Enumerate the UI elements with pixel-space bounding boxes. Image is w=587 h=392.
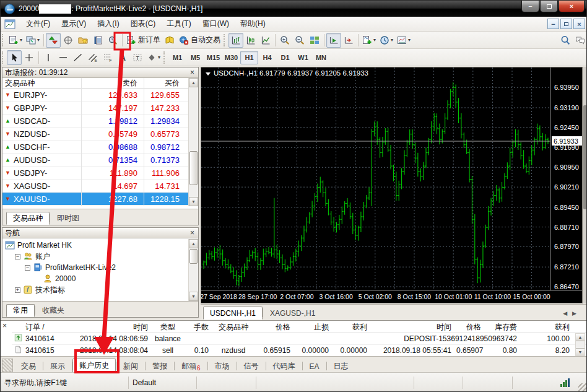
terminal-tab-3[interactable]: 账户历史	[72, 359, 116, 372]
price-chart[interactable]: 6.939506.931906.924506.916906.909506.902…	[201, 68, 582, 303]
terminal-column-header[interactable]: 时间	[64, 322, 150, 333]
market-watch-row-usdchf[interactable]: ▲USDCHF-0.986880.98712	[2, 141, 198, 154]
navigator-button[interactable]	[76, 33, 90, 48]
menu-工具[interactable]: 工具(T)	[161, 17, 196, 31]
menu-插入[interactable]: 插入(I)	[92, 17, 124, 31]
collapse-icon[interactable]: −	[15, 254, 20, 259]
terminal-button[interactable]	[90, 33, 105, 48]
terminal-tab-5[interactable]: 警报	[146, 360, 174, 372]
navigator-tab-2[interactable]: 收藏夹	[35, 304, 71, 317]
horizontal-line-button[interactable]	[56, 50, 71, 65]
templates-button[interactable]: ▾	[395, 33, 412, 48]
market-watch-row-audusd[interactable]: ▲AUDUSD-0.713540.71373	[2, 154, 198, 167]
menu-帮助[interactable]: 帮助(H)	[235, 17, 271, 31]
tile-windows-button[interactable]	[307, 33, 322, 48]
terminal-tab-2[interactable]: 展示	[43, 360, 72, 372]
navigator-node-技术指标[interactable]: +f技术指标	[5, 284, 198, 295]
terminal-column-header[interactable]: 类型	[150, 322, 185, 333]
market-watch-column-header[interactable]: 交易品种	[2, 78, 81, 89]
market-watch-row-nzdusd[interactable]: ▼NZDUSD-0.657490.65773	[2, 128, 198, 141]
periods-button[interactable]: ▾	[378, 33, 395, 48]
chat-button[interactable]	[573, 33, 587, 48]
menu-文件[interactable]: 文件(F)	[20, 17, 56, 31]
terminal-column-header[interactable]: 价格	[454, 322, 484, 333]
bar-chart-button[interactable]	[228, 33, 243, 48]
market-watch-row-usdjpy[interactable]: ▼USDJPY-111.890111.906	[2, 167, 198, 180]
text-button[interactable]: A	[115, 50, 130, 65]
terminal-gripper[interactable]	[2, 359, 13, 372]
terminal-column-header[interactable]: 止损	[293, 322, 331, 333]
trendline-button[interactable]	[71, 50, 85, 65]
terminal-tab-9[interactable]: 代码库	[266, 360, 302, 372]
market-watch-tab-1[interactable]: 交易品种	[6, 212, 50, 225]
cursor-button[interactable]	[7, 50, 22, 65]
terminal-column-header[interactable]: 价格	[256, 322, 293, 333]
timeframe-d1-button[interactable]: D1	[276, 51, 294, 64]
menu-窗口[interactable]: 窗口(W)	[197, 17, 235, 31]
terminal-tab-6[interactable]: 邮箱6	[175, 360, 207, 372]
vertical-line-button[interactable]	[41, 50, 56, 65]
terminal-tab-1[interactable]: 交易	[14, 360, 43, 372]
new-order-button[interactable]: 新订单	[124, 33, 162, 48]
strategy-tester-button[interactable]	[105, 33, 120, 48]
minimize-button[interactable]: −	[521, 1, 539, 12]
mdi-restore-button[interactable]	[560, 19, 572, 29]
terminal-tab-10[interactable]: EA	[303, 360, 326, 372]
navigator-node-profitmarkethk-live2[interactable]: −ProfitMarketHK-Live2	[5, 262, 198, 273]
chart-scrollbar[interactable]	[583, 67, 587, 303]
profiles-button[interactable]: ▾	[24, 33, 41, 48]
autotrading-button[interactable]: 自动交易	[177, 33, 222, 48]
text-label-button[interactable]: T	[130, 50, 145, 65]
market-watch-scrollbar[interactable]: ▲ ▼	[188, 78, 198, 206]
market-watch-tab-2[interactable]: 即时图	[50, 212, 86, 225]
line-chart-button[interactable]	[258, 33, 273, 48]
arrows-button[interactable]: ▾	[145, 50, 162, 65]
market-watch-column-header[interactable]: 卖价	[81, 78, 144, 89]
metaeditor-button[interactable]	[162, 33, 177, 48]
market-watch-row-gbpjpy[interactable]: ▼GBPJPY-147.197147.233	[2, 102, 198, 115]
terminal-tab-8[interactable]: 信号	[237, 360, 266, 372]
navigator-close-icon[interactable]: ×	[189, 230, 196, 236]
chart-shift-button[interactable]	[341, 33, 356, 48]
terminal-tab-11[interactable]: 日志	[327, 360, 355, 372]
mdi-minimize-button[interactable]: −	[547, 19, 559, 29]
terminal-column-header[interactable]: 交易品种	[211, 322, 256, 333]
candlestick-chart-button[interactable]	[243, 33, 258, 48]
market-watch-row-xagusd[interactable]: ▼XAGUSD-14.69714.731	[2, 180, 198, 193]
navigator-node-profit-market-hk[interactable]: Profit Market HK	[5, 240, 198, 251]
market-watch-close-icon[interactable]: ×	[189, 69, 196, 76]
market-watch-column-header[interactable]: 买价	[144, 78, 183, 89]
terminal-column-header[interactable]: 订单 /	[23, 322, 64, 333]
mdi-close-button[interactable]: ×	[573, 19, 585, 29]
terminal-tab-4[interactable]: 新闻	[116, 360, 145, 372]
timeframe-h4-button[interactable]: H4	[258, 51, 276, 64]
navigator-node-20000[interactable]: 20000	[5, 273, 198, 284]
market-watch-row-xauusd[interactable]: ▼XAUUSD-1227.681228.15	[2, 193, 198, 206]
chart-tab-1[interactable]: USDCNH-,H1	[203, 307, 263, 320]
search-button[interactable]	[558, 33, 573, 48]
terminal-column-header[interactable]: 库存费	[484, 322, 520, 333]
zoom-out-button[interactable]	[292, 33, 307, 48]
fibonacci-button[interactable]: F	[100, 50, 115, 65]
terminal-column-header[interactable]: 时间	[370, 322, 454, 333]
timeframe-m1-button[interactable]: M1	[168, 51, 186, 64]
menu-显示[interactable]: 显示(V)	[56, 17, 92, 31]
timeframe-w1-button[interactable]: W1	[294, 51, 312, 64]
chart-window-usdcnh[interactable]: 6.939506.931906.924506.916906.909506.902…	[201, 67, 583, 303]
timeframe-m30-button[interactable]: M30	[222, 51, 240, 64]
collapse-icon[interactable]: −	[25, 265, 30, 271]
terminal-close-icon[interactable]: ×	[2, 323, 7, 329]
expand-icon[interactable]: +	[15, 287, 20, 293]
menu-图表[interactable]: 图表(C)	[125, 17, 162, 31]
new-chart-button[interactable]: ▾	[7, 33, 24, 48]
indicators-button[interactable]: ▾	[360, 33, 378, 48]
resize-grip[interactable]	[578, 383, 587, 392]
maximize-button[interactable]	[540, 1, 558, 12]
market-watch-button[interactable]	[46, 33, 61, 48]
terminal-column-header[interactable]: 获利	[520, 322, 572, 333]
navigator-scrollbar[interactable]: ▲ ▼	[188, 239, 198, 301]
auto-scroll-button[interactable]	[326, 33, 341, 48]
timeframe-m15-button[interactable]: M15	[204, 51, 222, 64]
terminal-row-3410615[interactable]: 34106152018.09.14 08:08:04sell0.10nzdusd…	[12, 345, 587, 357]
terminal-scrollbar[interactable]: ▲ ▼	[575, 333, 585, 356]
